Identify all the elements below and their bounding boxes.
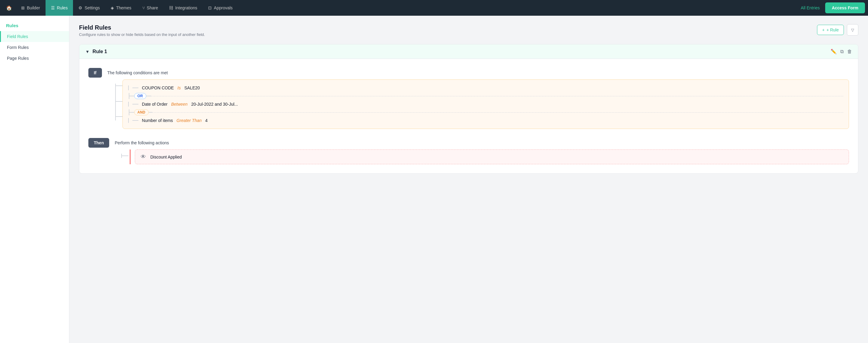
actions-section: 👁 Discount Applied bbox=[130, 149, 849, 164]
page-header: Field Rules Configure rules to show or h… bbox=[79, 24, 858, 37]
and-connector-area: AND bbox=[129, 109, 843, 115]
condition-2-field: Date of Order bbox=[142, 102, 168, 107]
rule-title: Rule 1 bbox=[93, 49, 828, 54]
home-button[interactable]: 🏠 bbox=[2, 0, 16, 16]
rule-collapse-chevron[interactable]: ▼ bbox=[85, 49, 90, 54]
themes-icon: ◈ bbox=[111, 5, 114, 10]
and-badge: AND bbox=[134, 109, 149, 115]
main-content: Field Rules Configure rules to show or h… bbox=[69, 16, 868, 343]
nav-themes[interactable]: ◈ Themes bbox=[105, 0, 137, 16]
delete-rule-icon[interactable]: 🗑 bbox=[847, 49, 852, 54]
filter-icon: ▽ bbox=[851, 28, 854, 32]
sidebar-item-page-rules[interactable]: Page Rules bbox=[0, 53, 69, 64]
rule-card: ▼ Rule 1 ✏️ ⧉ 🗑 If The following conditi… bbox=[79, 44, 858, 174]
conditions-box: COUPON CODE Is SALE20 OR bbox=[122, 79, 849, 129]
page-subtitle: Configure rules to show or hide fields b… bbox=[79, 32, 205, 37]
nav-settings[interactable]: ⚙ Settings bbox=[73, 0, 105, 16]
nav-builder[interactable]: ⊞ Builder bbox=[16, 0, 45, 16]
action-label: Discount Applied bbox=[150, 154, 182, 160]
condition-row-3: Number of items Greater Than 4 bbox=[128, 117, 843, 124]
builder-icon: ⊞ bbox=[21, 5, 25, 10]
condition-1-field: COUPON CODE bbox=[142, 85, 174, 90]
rules-icon: ☰ bbox=[51, 5, 55, 10]
duplicate-rule-icon[interactable]: ⧉ bbox=[840, 49, 843, 54]
nav-share[interactable]: ⑂ Share bbox=[137, 0, 163, 16]
condition-row-1: COUPON CODE Is SALE20 bbox=[128, 84, 843, 92]
all-entries-link[interactable]: All Entries bbox=[795, 5, 825, 10]
rule-body: If The following conditions are met bbox=[79, 59, 858, 173]
filter-button[interactable]: ▽ bbox=[847, 24, 858, 36]
page-header-text: Field Rules Configure rules to show or h… bbox=[79, 24, 205, 37]
condition-3-value: 4 bbox=[206, 118, 208, 123]
header-actions: + + Rule ▽ bbox=[817, 24, 858, 36]
action-item-discount: 👁 Discount Applied bbox=[135, 149, 849, 164]
home-icon: 🏠 bbox=[6, 5, 12, 11]
or-badge: OR bbox=[134, 93, 146, 99]
settings-icon: ⚙ bbox=[79, 5, 82, 10]
share-icon: ⑂ bbox=[142, 5, 145, 10]
add-rule-button[interactable]: + + Rule bbox=[817, 25, 844, 35]
condition-2-value: 20-Jul-2022 and 30-Jul... bbox=[191, 102, 238, 107]
sidebar-item-form-rules[interactable]: Form Rules bbox=[0, 42, 69, 53]
main-layout: Rules Field Rules Form Rules Page Rules … bbox=[0, 16, 868, 343]
sidebar: Rules Field Rules Form Rules Page Rules bbox=[0, 16, 69, 343]
top-navigation: 🏠 ⊞ Builder ☰ Rules ⚙ Settings ◈ Themes … bbox=[0, 0, 868, 16]
page-title: Field Rules bbox=[79, 24, 205, 31]
rule-header: ▼ Rule 1 ✏️ ⧉ 🗑 bbox=[79, 45, 858, 59]
nav-rules[interactable]: ☰ Rules bbox=[45, 0, 73, 16]
then-action-text: Perform the following actions bbox=[115, 137, 849, 145]
or-connector-area: OR bbox=[129, 93, 843, 99]
nav-integrations[interactable]: ⛓ Integrations bbox=[163, 0, 203, 16]
condition-2-op: Between bbox=[171, 102, 187, 107]
condition-3-op: Greater Than bbox=[177, 118, 202, 123]
edit-rule-icon[interactable]: ✏️ bbox=[831, 49, 837, 54]
access-form-button[interactable]: Access Form bbox=[825, 2, 865, 13]
condition-3-field: Number of items bbox=[142, 118, 173, 123]
sidebar-item-field-rules[interactable]: Field Rules bbox=[0, 31, 69, 42]
condition-1-value: SALE20 bbox=[184, 85, 200, 90]
integrations-icon: ⛓ bbox=[169, 5, 173, 10]
if-badge: If bbox=[88, 68, 102, 78]
eye-icon: 👁 bbox=[141, 154, 146, 160]
if-condition-text: The following conditions are met bbox=[107, 67, 849, 75]
approvals-icon: ⊡ bbox=[208, 5, 212, 10]
sidebar-section-title: Rules bbox=[0, 21, 69, 31]
plus-icon: + bbox=[822, 27, 825, 32]
rule-actions: ✏️ ⧉ 🗑 bbox=[831, 49, 852, 54]
condition-row-2: Date of Order Between 20-Jul-2022 and 30… bbox=[128, 100, 843, 108]
nav-approvals[interactable]: ⊡ Approvals bbox=[203, 0, 238, 16]
condition-1-op: Is bbox=[177, 85, 181, 90]
then-badge: Then bbox=[88, 138, 109, 148]
